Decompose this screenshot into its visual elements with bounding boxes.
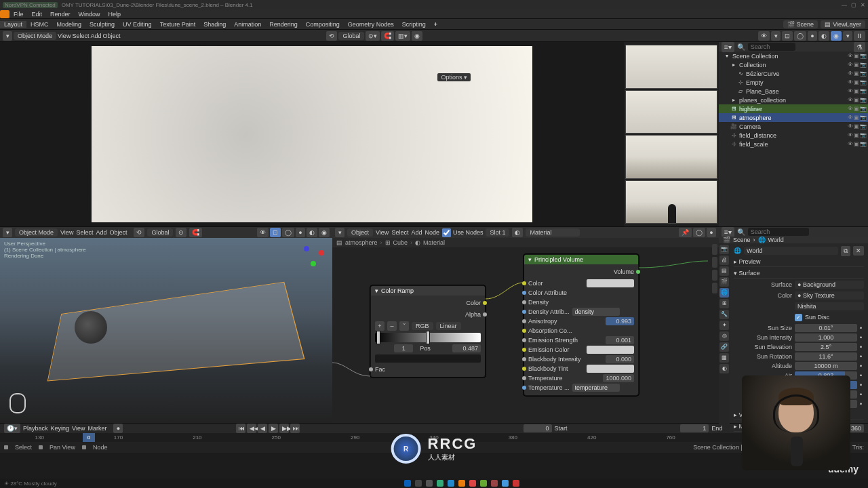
sidetab-2[interactable] <box>712 257 717 268</box>
pvol-input[interactable]: Density <box>528 298 634 307</box>
pvol-input[interactable]: Anisotropy0.993 <box>528 317 634 326</box>
vp3d-object[interactable]: Object <box>109 229 127 236</box>
vp3d-orient-icon[interactable]: ⟲ <box>134 228 144 237</box>
pvol-input[interactable]: Emission Color <box>528 345 634 354</box>
use-nodes-check[interactable] <box>442 228 451 237</box>
ramp-stop-idx[interactable]: 1 <box>394 344 413 352</box>
ramp-color-swatch[interactable] <box>375 354 481 363</box>
tab-object[interactable]: ⊞ <box>719 299 729 308</box>
tab-geonodes[interactable]: Geometry Nodes <box>344 21 398 28</box>
propedit[interactable]: ◉ <box>412 31 422 41</box>
menu-window[interactable]: Window <box>75 11 104 18</box>
props-search[interactable] <box>748 228 809 236</box>
vp3d-overlay[interactable]: 👁 <box>257 228 269 237</box>
tab-shading[interactable]: Shading <box>199 21 230 28</box>
world-new[interactable]: ⧉ <box>841 246 850 256</box>
tab-constraints[interactable]: 🔗 <box>719 342 729 352</box>
tl-type[interactable]: 🕐▾ <box>4 424 20 433</box>
tl-playback[interactable]: Playback <box>23 425 48 432</box>
tab-world[interactable]: 🌐 <box>719 288 729 298</box>
tab-modifiers[interactable]: 🔧 <box>719 310 729 319</box>
pvol-input[interactable]: Emission Strength0.001 <box>528 336 634 345</box>
start-frame[interactable]: 1 <box>680 424 709 432</box>
outliner-row[interactable]: ▱Plane_Base👁▣📷 <box>719 87 868 96</box>
ramp-pos[interactable]: 0.487 <box>452 344 481 352</box>
ramp-add-stop[interactable]: + <box>375 321 384 331</box>
outliner-row[interactable]: ⊹Empty👁▣📷 <box>719 78 868 87</box>
pvol-input[interactable]: Temperature ... <box>528 383 634 392</box>
tab-sculpting[interactable]: Sculpting <box>85 21 119 28</box>
tab-render[interactable]: 📷 <box>719 245 729 254</box>
outliner-type[interactable]: ≡▾ <box>722 42 734 52</box>
sky-prop[interactable]: Altitude10000 m• <box>734 361 864 371</box>
pvol-input[interactable]: Temperature1000.000 <box>528 373 634 383</box>
slot-3[interactable] <box>625 135 717 179</box>
sky-model[interactable]: Nishita <box>795 302 864 310</box>
vp3d-mode[interactable]: Object Mode <box>15 228 58 237</box>
taskbar-app3[interactable] <box>448 480 454 487</box>
jump-prevkey[interactable]: ◀◀ <box>247 424 256 433</box>
tab-add[interactable]: + <box>430 21 441 28</box>
color-input[interactable]: ● Sky Texture <box>795 291 864 300</box>
vp3d-local[interactable]: ⊡ <box>270 228 281 237</box>
pvol-input[interactable]: Color Attribute <box>528 288 634 298</box>
props-type[interactable]: ≡▾ <box>722 227 734 237</box>
snap-toggle[interactable]: 🧲 <box>381 31 394 41</box>
tl-view[interactable]: View <box>72 425 85 432</box>
tab-scene[interactable]: 🎬 <box>719 277 729 287</box>
mat-icon[interactable]: ◐ <box>512 228 523 237</box>
tab-layout[interactable]: Layout <box>0 21 26 28</box>
pin[interactable]: 📌 <box>679 228 692 237</box>
pvol-input[interactable]: Color <box>528 279 634 288</box>
shader-type[interactable]: ▾ <box>335 228 344 237</box>
outliner-row[interactable]: ▸Collection👁▣📷 <box>719 60 868 69</box>
hdr-view[interactable]: View <box>58 33 71 39</box>
nav-gizmo[interactable] <box>301 243 327 269</box>
sec-surface[interactable]: ▾ Surface <box>734 268 864 279</box>
sundisc-check[interactable]: ✓ <box>795 314 802 321</box>
taskbar-app7[interactable] <box>502 480 509 487</box>
ramp-mode[interactable]: RGB <box>412 322 433 330</box>
viewlayer-selector[interactable]: ▤ViewLayer <box>821 20 865 28</box>
node-graph[interactable]: ▾Color Ramp Color Alpha + – ˅ RGB Linear <box>332 247 719 423</box>
tab-rendering[interactable]: Rendering <box>265 21 302 28</box>
orient-icon[interactable]: ⟲ <box>326 31 337 41</box>
taskbar-app2[interactable] <box>437 480 443 487</box>
shader-select[interactable]: Select <box>391 229 408 236</box>
sky-prop[interactable]: Sun Rotation11.6°• <box>734 352 864 361</box>
taskbar-app8[interactable] <box>513 480 519 487</box>
editor-type-dd[interactable]: ▾ <box>3 31 12 41</box>
sec-preview[interactable]: ▸ Preview <box>734 257 864 267</box>
taskbar-win[interactable] <box>404 480 411 487</box>
scene-selector[interactable]: 🎬Scene <box>783 20 818 28</box>
win-min[interactable]: — <box>842 2 847 8</box>
slot-selector[interactable]: Slot 1 <box>486 228 509 237</box>
vp3d-select[interactable]: Select <box>76 229 93 236</box>
menu-render[interactable]: Render <box>46 11 75 18</box>
sky-prop[interactable]: Sun Elevation2.5°• <box>734 342 864 352</box>
win-max[interactable]: ▢ <box>851 2 856 8</box>
node-color-ramp[interactable]: ▾Color Ramp Color Alpha + – ˅ RGB Linear <box>370 285 486 378</box>
vp3d-sh2[interactable]: ● <box>296 228 305 237</box>
hdr-select[interactable]: Select <box>72 33 89 39</box>
world-del[interactable]: ✕ <box>853 246 864 256</box>
xray[interactable]: ⊡ <box>782 31 793 41</box>
outliner-row[interactable]: ▸planes_collection👁▣📷 <box>719 96 868 104</box>
vp3d-add[interactable]: Add <box>96 229 106 236</box>
viewport-3d[interactable]: ▾ Object Mode View Select Add Object ⟲ G… <box>0 227 332 423</box>
tab-data[interactable]: ▦ <box>719 353 729 363</box>
taskbar-app1[interactable] <box>426 480 433 487</box>
pause-render[interactable]: ⏸ <box>854 31 865 41</box>
vp3d-type[interactable]: ▾ <box>3 228 12 237</box>
weather-widget[interactable]: ☀ 28°C Mostly cloudy <box>4 481 57 487</box>
gizmo-vis[interactable]: 👁 <box>758 31 770 41</box>
sidetab-4[interactable] <box>712 283 717 293</box>
autokey[interactable]: ● <box>113 424 123 433</box>
node-principled-volume[interactable]: ▾Principled Volume Volume ColorColor Att… <box>524 254 639 396</box>
tab-uv[interactable]: UV Editing <box>119 21 156 28</box>
ramp-tools[interactable]: ˅ <box>399 321 409 331</box>
vp3d-pivot[interactable]: ⊙ <box>176 228 186 237</box>
tab-animation[interactable]: Animation <box>230 21 265 28</box>
tab-physics[interactable]: ◎ <box>719 331 729 341</box>
shader-sh1[interactable]: ◯ <box>693 228 705 237</box>
